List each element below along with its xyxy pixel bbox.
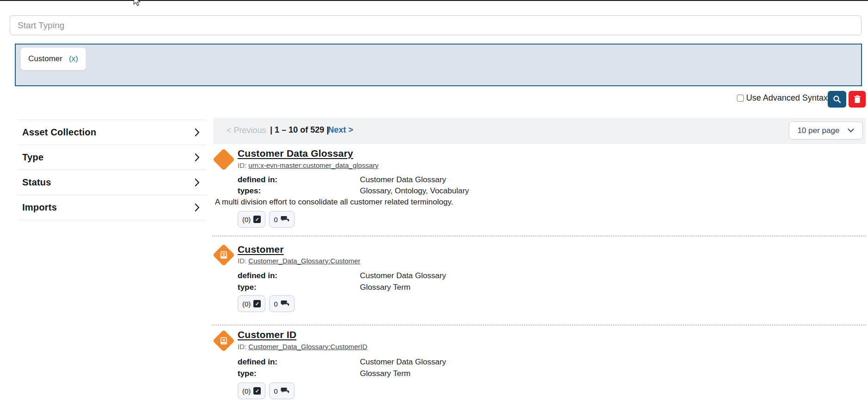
checks-count: (0)	[242, 216, 251, 223]
result-field-row: type: Glossary Term	[238, 369, 410, 378]
chip-remove-button[interactable]: (x)	[69, 54, 78, 64]
field-value: Customer Data Glossary	[360, 357, 446, 367]
result-title-link[interactable]: Customer Data Glossary	[238, 148, 353, 159]
id-label: ID:	[238, 343, 246, 351]
top-border	[0, 0, 868, 1]
result-id-line: ID: urn:x-evn-master:customer_data_gloss…	[238, 161, 378, 169]
sidebar-item-label: Status	[22, 177, 51, 188]
search-button[interactable]	[828, 91, 846, 108]
advanced-syntax-checkbox[interactable]	[737, 95, 744, 102]
sidebar-item-imports[interactable]: Imports	[18, 195, 206, 220]
field-value: Glossary Term	[360, 369, 410, 378]
sidebar-item-label: Imports	[22, 202, 57, 213]
sidebar-item-asset-collection[interactable]: Asset Collection	[18, 120, 206, 145]
checks-count: (0)	[242, 387, 251, 395]
result-description: A multi division effort to consolidate a…	[215, 198, 453, 207]
result-id-line: ID: Customer_Data_Glossary:Customer	[238, 257, 360, 265]
search-results-page: Customer (x) Use Advanced Syntax Asset C…	[0, 0, 868, 402]
advanced-syntax-label: Use Advanced Syntax	[746, 93, 828, 103]
result-title-link[interactable]: Customer ID	[238, 329, 296, 340]
checkbox-icon: ✓	[253, 216, 261, 223]
result-field-row: defined in: Customer Data Glossary	[238, 271, 446, 281]
checkbox-icon: ✓	[253, 387, 261, 395]
field-value: Glossary Term	[360, 283, 410, 292]
result-item: Customer ID ID: Customer_Data_Glossary:C…	[211, 326, 866, 402]
result-id-link[interactable]: urn:x-evn-master:customer_data_glossary	[248, 161, 378, 169]
result-badges: (0) ✓ 0	[238, 211, 295, 228]
glossary-term-icon	[213, 244, 234, 266]
chevron-right-icon	[195, 178, 200, 187]
search-input[interactable]	[10, 15, 862, 35]
result-item: Customer Data Glossary ID: urn:x-evn-mas…	[211, 146, 866, 236]
field-value: Glossary, Ontology, Vocabulary	[360, 186, 469, 196]
field-label: type:	[238, 283, 360, 292]
result-item: Customer ID: Customer_Data_Glossary:Cust…	[211, 241, 866, 325]
field-label: defined in:	[238, 357, 360, 367]
chevron-right-icon	[195, 153, 200, 162]
result-badges: (0) ✓ 0	[238, 383, 295, 399]
pagination-next[interactable]: Next >	[328, 125, 353, 135]
field-value: Customer Data Glossary	[360, 175, 446, 185]
facet-sidebar: Asset Collection Type Status Imports	[18, 120, 206, 220]
result-field-row: defined in: Customer Data Glossary	[238, 175, 446, 185]
per-page-select[interactable]: 10 per page	[789, 121, 863, 140]
book-glyph	[219, 250, 228, 260]
book-glyph	[219, 336, 228, 345]
search-icon	[833, 95, 841, 103]
result-field-row: types: Glossary, Ontology, Vocabulary	[238, 186, 469, 196]
result-field-row: defined in: Customer Data Glossary	[238, 357, 446, 367]
mouse-cursor	[131, 0, 141, 6]
sidebar-item-status[interactable]: Status	[18, 170, 206, 195]
id-label: ID:	[238, 257, 246, 265]
glossary-term-icon	[213, 330, 234, 351]
checks-badge[interactable]: (0) ✓	[238, 211, 265, 228]
comments-count: 0	[274, 387, 277, 395]
result-id-line: ID: Customer_Data_Glossary:CustomerID	[238, 343, 367, 351]
comments-badge[interactable]: 0	[269, 211, 294, 228]
result-id-link[interactable]: Customer_Data_Glossary:CustomerID	[248, 343, 367, 351]
checks-badge[interactable]: (0) ✓	[238, 383, 265, 399]
comments-badge[interactable]: 0	[269, 383, 294, 399]
comments-badge[interactable]: 0	[269, 295, 294, 312]
result-divider	[212, 236, 866, 236]
trash-icon	[854, 95, 861, 103]
per-page-value: 10 per page	[798, 126, 840, 135]
result-id-link[interactable]: Customer_Data_Glossary:Customer	[248, 257, 360, 265]
chip-label: Customer	[28, 54, 63, 64]
comments-count: 0	[274, 216, 277, 223]
clear-search-button[interactable]	[849, 91, 866, 108]
chevron-right-icon	[195, 203, 200, 212]
sidebar-item-type[interactable]: Type	[18, 145, 206, 170]
comments-icon	[281, 300, 290, 307]
filter-chip-panel: Customer (x)	[15, 44, 862, 86]
chevron-down-icon	[848, 128, 854, 133]
sidebar-item-label: Type	[22, 152, 44, 163]
pagination-previous[interactable]: < Previous	[226, 126, 266, 135]
checks-count: (0)	[242, 300, 251, 308]
chevron-right-icon	[195, 128, 200, 137]
field-value: Customer Data Glossary	[360, 271, 446, 281]
comments-count: 0	[274, 300, 277, 308]
field-label: defined in:	[238, 175, 360, 185]
field-label: defined in:	[238, 271, 360, 281]
sidebar-item-label: Asset Collection	[22, 127, 96, 138]
result-divider	[212, 325, 866, 325]
field-label: types:	[238, 186, 360, 196]
pagination-range: | 1 – 10 of 529 |	[270, 125, 329, 135]
checks-badge[interactable]: (0) ✓	[238, 295, 265, 312]
result-title-link[interactable]: Customer	[238, 244, 284, 255]
checkbox-icon: ✓	[253, 300, 261, 307]
comments-icon	[281, 387, 290, 395]
glossary-icon	[213, 149, 234, 170]
field-label: type:	[238, 369, 360, 378]
result-field-row: type: Glossary Term	[238, 283, 410, 292]
result-badges: (0) ✓ 0	[238, 295, 295, 312]
comments-icon	[281, 216, 290, 223]
id-label: ID:	[238, 161, 246, 169]
filter-chip-customer[interactable]: Customer (x)	[20, 47, 86, 70]
